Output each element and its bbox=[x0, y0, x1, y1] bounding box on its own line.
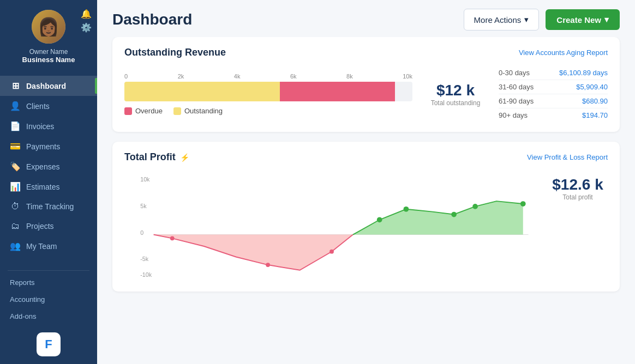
nav-label: Time Tracking bbox=[26, 202, 74, 211]
total-profit-title-row: Total Profit ⚡ bbox=[124, 151, 189, 163]
sidebar-item-estimates[interactable]: 📊Estimates bbox=[0, 177, 97, 197]
business-name: Business Name bbox=[22, 56, 75, 64]
nav-label: Expenses bbox=[26, 162, 59, 171]
profit-total-amount: $12.6 k bbox=[548, 176, 608, 193]
profit-total-box: $12.6 k Total profit bbox=[548, 171, 608, 201]
view-profit-loss-link[interactable]: View Profit & Loss Report bbox=[527, 153, 608, 161]
chevron-down-icon: ▾ bbox=[524, 15, 529, 25]
dashboard-icon: ⊞ bbox=[10, 81, 21, 91]
create-new-button[interactable]: Create New ▾ bbox=[546, 9, 620, 30]
sidebar-bottom-nav: ReportsAccountingAdd-ons bbox=[0, 274, 97, 325]
outstanding-revenue-card: Outstanding Revenue View Accounts Aging … bbox=[112, 37, 620, 132]
aging-row: 0-30 days$6,100.89 days bbox=[499, 66, 608, 80]
settings-icon[interactable]: ⚙️ bbox=[81, 22, 92, 33]
sidebar-item-reports[interactable]: Reports bbox=[0, 274, 97, 291]
data-point bbox=[520, 201, 526, 207]
bar-legend: Overdue Outstanding bbox=[124, 107, 412, 115]
svg-text:10k: 10k bbox=[140, 176, 150, 183]
overdue-color-dot bbox=[124, 107, 132, 115]
payments-icon: 💳 bbox=[10, 141, 21, 151]
nav-label: Payments bbox=[26, 142, 60, 151]
aging-row: 90+ days$194.70 bbox=[499, 108, 608, 122]
legend-outstanding: Outstanding bbox=[173, 107, 223, 115]
total-outstanding-label: Total outstanding bbox=[426, 99, 486, 107]
data-point bbox=[170, 236, 175, 240]
page-title: Dashboard bbox=[112, 11, 192, 28]
header: Dashboard More Actions ▾ Create New ▾ bbox=[97, 0, 635, 37]
profit-svg-container: 10k 5k 0 -5k -10k bbox=[124, 171, 539, 282]
bar-overdue bbox=[280, 82, 395, 101]
total-profit-card: Total Profit ⚡ View Profit & Loss Report… bbox=[112, 142, 620, 292]
bar-axis-labels: 0 2k 4k 6k 8k 10k bbox=[124, 73, 412, 82]
main-content: Dashboard More Actions ▾ Create New ▾ Ou… bbox=[97, 0, 635, 364]
aging-row: 61-90 days$680.90 bbox=[499, 94, 608, 108]
outstanding-revenue-header: Outstanding Revenue View Accounts Aging … bbox=[124, 47, 608, 58]
owner-name: Owner Name bbox=[29, 48, 68, 56]
view-aging-report-link[interactable]: View Accounts Aging Report bbox=[519, 48, 608, 57]
sidebar-item-expenses[interactable]: 🏷️Expenses bbox=[0, 156, 97, 177]
expenses-icon: 🏷️ bbox=[10, 161, 21, 172]
bar-outstanding bbox=[124, 82, 280, 101]
outstanding-color-dot bbox=[173, 107, 181, 115]
estimates-icon: 📊 bbox=[10, 181, 21, 192]
nav-label: Invoices bbox=[26, 122, 54, 131]
aging-table: 0-30 days$6,100.89 days31-60 days$5,909.… bbox=[499, 66, 608, 122]
sidebar-profile: 👩🏾 🔔 ⚙️ Owner Name Business Name bbox=[0, 0, 97, 71]
sidebar-item-projects[interactable]: 🗂Projects bbox=[0, 216, 97, 236]
nav-label: My Team bbox=[26, 242, 57, 251]
nav-label: Estimates bbox=[26, 183, 59, 191]
profit-total-label: Total profit bbox=[548, 193, 608, 201]
sidebar-item-add-ons[interactable]: Add-ons bbox=[0, 308, 97, 325]
bar-chart: 0 2k 4k 6k 8k 10k Overdue bbox=[124, 73, 412, 115]
revenue-chart-area: 0 2k 4k 6k 8k 10k Overdue bbox=[124, 66, 608, 122]
data-point bbox=[472, 204, 478, 209]
nav-label: Dashboard bbox=[26, 82, 66, 90]
data-point bbox=[377, 217, 382, 222]
sidebar-item-my-team[interactable]: 👥My Team bbox=[0, 236, 97, 256]
svg-text:5k: 5k bbox=[140, 203, 147, 209]
invoices-icon: 📄 bbox=[10, 121, 21, 131]
sidebar-item-time-tracking[interactable]: ⏱Time Tracking bbox=[0, 197, 97, 216]
time-tracking-icon: ⏱ bbox=[10, 202, 21, 211]
sidebar-nav: ⊞Dashboard👤Clients📄Invoices💳Payments🏷️Ex… bbox=[0, 71, 97, 267]
sidebar-divider bbox=[8, 270, 89, 271]
svg-text:0: 0 bbox=[140, 229, 143, 236]
content-area: Outstanding Revenue View Accounts Aging … bbox=[97, 37, 635, 364]
outstanding-revenue-title: Outstanding Revenue bbox=[124, 47, 226, 58]
projects-icon: 🗂 bbox=[10, 221, 21, 231]
sidebar-item-dashboard[interactable]: ⊞Dashboard bbox=[0, 76, 97, 96]
avatar[interactable]: 👩🏾 bbox=[32, 10, 65, 44]
nav-label: Projects bbox=[26, 222, 54, 230]
svg-text:-5k: -5k bbox=[140, 256, 149, 262]
profit-chart-area: 10k 5k 0 -5k -10k bbox=[124, 171, 608, 282]
loss-area bbox=[154, 235, 353, 270]
sidebar: 👩🏾 🔔 ⚙️ Owner Name Business Name ⊞Dashbo… bbox=[0, 0, 97, 364]
nav-label: Clients bbox=[26, 102, 50, 111]
chevron-down-icon: ▾ bbox=[604, 15, 609, 25]
sidebar-item-invoices[interactable]: 📄Invoices bbox=[0, 116, 97, 136]
freshbooks-logo: F bbox=[37, 332, 61, 356]
header-actions: More Actions ▾ Create New ▾ bbox=[464, 9, 620, 31]
sidebar-item-accounting[interactable]: Accounting bbox=[0, 291, 97, 308]
profit-chart-svg: 10k 5k 0 -5k -10k bbox=[124, 171, 539, 280]
more-actions-button[interactable]: More Actions ▾ bbox=[464, 9, 540, 31]
legend-overdue: Overdue bbox=[124, 107, 163, 115]
aging-row: 31-60 days$5,909.40 bbox=[499, 80, 608, 94]
data-point bbox=[451, 212, 457, 217]
filter-icon[interactable]: ⚡ bbox=[180, 153, 189, 162]
total-profit-title: Total Profit bbox=[124, 151, 176, 163]
total-outstanding-box: $12 k Total outstanding bbox=[426, 82, 486, 107]
data-point bbox=[330, 250, 334, 254]
data-point bbox=[404, 207, 409, 212]
total-profit-header: Total Profit ⚡ View Profit & Loss Report bbox=[124, 151, 608, 163]
sidebar-item-payments[interactable]: 💳Payments bbox=[0, 136, 97, 156]
sidebar-bottom: F bbox=[0, 325, 97, 364]
clients-icon: 👤 bbox=[10, 101, 21, 111]
my-team-icon: 👥 bbox=[10, 241, 21, 251]
sidebar-item-clients[interactable]: 👤Clients bbox=[0, 96, 97, 116]
data-point bbox=[266, 263, 270, 267]
notification-icon[interactable]: 🔔 bbox=[81, 9, 92, 19]
bar-track bbox=[124, 82, 412, 101]
total-outstanding-amount: $12 k bbox=[426, 82, 486, 99]
svg-text:-10k: -10k bbox=[140, 271, 152, 278]
